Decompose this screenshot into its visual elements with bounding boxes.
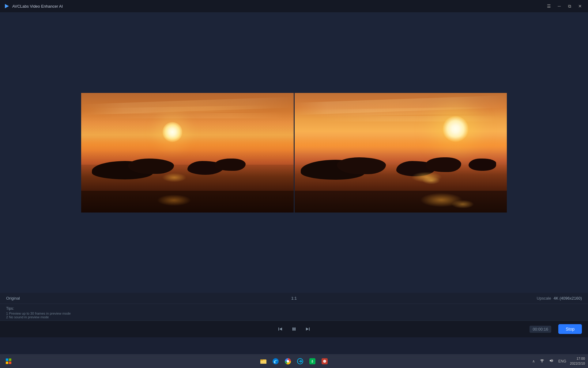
time-display: 00:00:16 — [530, 326, 551, 333]
svg-rect-12 — [260, 360, 266, 364]
taskbar-chrome[interactable] — [282, 356, 293, 367]
svg-rect-3 — [292, 328, 294, 331]
upscale-label: Upscale 4K (4096x2160) — [537, 296, 582, 301]
enhanced-panel — [295, 93, 507, 213]
svg-point-14 — [273, 358, 279, 364]
controls-bar: 00:00:16 Stop — [0, 320, 588, 337]
svg-rect-5 — [309, 328, 310, 331]
svg-point-21 — [323, 360, 326, 363]
ratio-label: 1:1 — [291, 296, 297, 301]
tips-title: Tips: — [6, 306, 582, 311]
svg-rect-13 — [260, 359, 263, 361]
svg-point-16 — [287, 360, 289, 362]
video-area — [0, 12, 588, 293]
start-button[interactable] — [3, 356, 14, 367]
taskbar-left — [3, 356, 14, 367]
menu-button[interactable]: ☰ — [545, 2, 553, 10]
prev-frame-button[interactable] — [276, 324, 285, 334]
taskbar: ₿ ∧ ENG 17:00 — [0, 354, 588, 368]
close-button[interactable]: ✕ — [576, 2, 584, 10]
minimize-button[interactable]: ─ — [555, 2, 564, 10]
tray-network[interactable] — [539, 358, 545, 364]
tip-2: 2 No sound in preview mode — [6, 315, 582, 319]
tray-volume[interactable] — [548, 358, 555, 364]
original-label: Original — [6, 296, 20, 301]
dual-video — [81, 93, 507, 213]
svg-rect-9 — [6, 362, 8, 364]
next-frame-button[interactable] — [303, 324, 312, 334]
taskbar-edge[interactable] — [270, 356, 281, 367]
taskbar-red-app[interactable] — [319, 356, 330, 367]
clock-date: 2022/2/10 — [570, 361, 585, 366]
content-area: Original 1:1 Upscale 4K (4096x2160) Tips… — [0, 12, 588, 337]
taskbar-vpn[interactable] — [295, 356, 306, 367]
taskbar-center: ₿ — [258, 356, 330, 367]
window-controls: ☰ ─ ⧉ ✕ — [545, 2, 584, 10]
svg-text:₿: ₿ — [311, 360, 313, 363]
svg-rect-8 — [9, 358, 11, 361]
svg-marker-0 — [5, 4, 9, 8]
upscale-value: 4K (4096x2160) — [553, 296, 582, 301]
svg-marker-6 — [306, 328, 309, 331]
svg-rect-10 — [9, 362, 11, 364]
upscale-title: Upscale — [537, 296, 551, 301]
tips-bar: Tips: 1 Preview up to 30 frames in previ… — [0, 304, 588, 320]
svg-rect-1 — [278, 328, 279, 331]
clock-time: 17:00 — [570, 356, 585, 361]
svg-marker-2 — [279, 328, 282, 331]
svg-rect-7 — [6, 358, 8, 361]
taskbar-file-explorer[interactable] — [258, 356, 269, 367]
system-clock[interactable]: 17:00 2022/2/10 — [570, 356, 585, 366]
restore-button[interactable]: ⧉ — [565, 2, 574, 10]
svg-marker-23 — [550, 359, 552, 362]
tray-language[interactable]: ENG — [557, 358, 567, 364]
app-logo — [4, 3, 10, 9]
stop-button[interactable]: Stop — [558, 324, 582, 334]
svg-rect-4 — [294, 328, 296, 331]
original-panel — [81, 93, 294, 213]
title-bar: AVCLabs Video Enhancer AI ☰ ─ ⧉ ✕ — [0, 0, 588, 12]
pause-button[interactable] — [289, 324, 299, 334]
labels-bar: Original 1:1 Upscale 4K (4096x2160) — [0, 293, 588, 304]
original-video — [81, 93, 294, 213]
tray-chevron[interactable]: ∧ — [531, 358, 536, 364]
taskbar-right: ∧ ENG 17:00 2022/2/10 — [531, 356, 585, 366]
tip-1: 1 Preview up to 30 frames in preview mod… — [6, 312, 582, 315]
enhanced-video — [295, 93, 507, 213]
app-title: AVCLabs Video Enhancer AI — [12, 4, 545, 9]
svg-point-22 — [542, 362, 543, 362]
taskbar-green-app[interactable]: ₿ — [307, 356, 318, 367]
